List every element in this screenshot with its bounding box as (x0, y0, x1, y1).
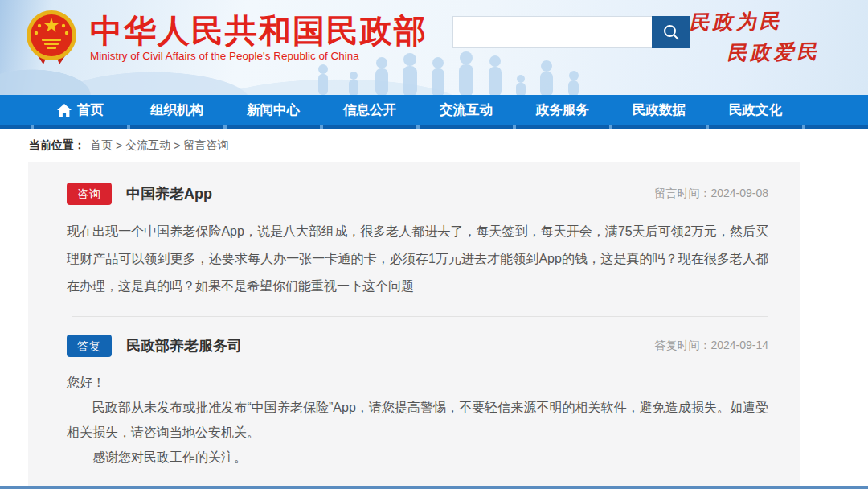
section-divider (72, 316, 768, 317)
question-time-value: 2024-09-08 (710, 187, 768, 199)
answer-paragraph: 民政部从未发布或批准发布“中国养老保险”App，请您提高警惕，不要轻信来源不明的… (67, 395, 768, 445)
footer-accent-line (0, 486, 868, 489)
question-header: 咨询 中国养老App 留言时间：2024-09-08 (67, 183, 768, 205)
nav-item-data[interactable]: 民政数据 (611, 95, 707, 125)
answer-title: 民政部养老服务司 (126, 336, 242, 355)
slogan: 民政为民 民政爱民 (689, 7, 820, 68)
nav-item-label: 组织机构 (150, 101, 203, 119)
nav-item-organization[interactable]: 组织机构 (129, 95, 225, 125)
nav-item-info-disclosure[interactable]: 信息公开 (321, 95, 418, 125)
nav-item-label: 首页 (77, 101, 104, 119)
breadcrumb-current: 留言咨询 (183, 138, 228, 153)
answer-body: 您好！ 民政部从未发布或批准发布“中国养老保险”App，请您提高警惕，不要轻信来… (67, 370, 768, 470)
slogan-line-1: 民政为民 (689, 7, 820, 36)
site-header: 中华人民共和国民政部 Ministry of Civil Affairs of … (0, 0, 868, 95)
nav-item-label: 交流互动 (440, 101, 493, 119)
nav-item-home[interactable]: 首页 (32, 95, 129, 125)
question-time: 留言时间：2024-09-08 (654, 187, 768, 201)
search-icon (662, 23, 680, 41)
breadcrumb: 当前位置： 首页 > 交流互动 > 留言咨询 (0, 129, 868, 162)
question-section: 咨询 中国养老App 留言时间：2024-09-08 现在出现一个中国养老保险A… (67, 183, 768, 300)
answer-time: 答复时间：2024-09-14 (654, 339, 768, 353)
answer-paragraph: 感谢您对民政工作的关注。 (67, 445, 768, 470)
home-icon (57, 104, 72, 117)
breadcrumb-link-interaction[interactable]: 交流互动 (125, 138, 170, 153)
site-logo-link[interactable]: 中华人民共和国民政部 Ministry of Civil Affairs of … (23, 8, 428, 66)
answer-header: 答复 民政部养老服务司 答复时间：2024-09-14 (67, 335, 768, 357)
nav-item-services[interactable]: 政务服务 (514, 95, 611, 125)
nav-item-news[interactable]: 新闻中心 (225, 95, 321, 125)
nav-item-culture[interactable]: 民政文化 (707, 95, 804, 125)
search-input[interactable] (452, 16, 652, 48)
national-emblem-logo (23, 8, 80, 66)
breadcrumb-separator: > (116, 139, 122, 152)
answer-section: 答复 民政部养老服务司 答复时间：2024-09-14 您好！ 民政部从未发布或… (67, 335, 768, 470)
answer-time-label: 答复时间： (654, 339, 710, 351)
page-root: 中华人民共和国民政部 Ministry of Civil Affairs of … (0, 0, 868, 489)
question-time-label: 留言时间： (654, 187, 710, 199)
nav-item-label: 政务服务 (536, 101, 589, 119)
answer-greeting: 您好！ (67, 370, 768, 395)
breadcrumb-link-home[interactable]: 首页 (90, 138, 113, 153)
search-bar (452, 16, 690, 48)
question-title: 中国养老App (126, 184, 212, 203)
nav-item-label: 民政数据 (633, 101, 686, 119)
brand-text: 中华人民共和国民政部 Ministry of Civil Affairs of … (90, 13, 428, 62)
nav-item-interaction[interactable]: 交流互动 (418, 95, 514, 125)
question-badge: 咨询 (67, 183, 112, 205)
site-subtitle: Ministry of Civil Affairs of the People'… (90, 50, 428, 62)
breadcrumb-separator: > (174, 139, 180, 152)
question-body: 现在出现一个中国养老保险App，说是八大部组成，很多老人都进去了，每天签到，每天… (67, 218, 768, 300)
message-detail-card: 咨询 中国养老App 留言时间：2024-09-08 现在出现一个中国养老保险A… (28, 162, 800, 489)
nav-item-label: 信息公开 (343, 101, 396, 119)
main-nav: 首页 组织机构 新闻中心 信息公开 交流互动 政务服务 民政数据 民政文化 (0, 95, 868, 129)
site-title: 中华人民共和国民政部 (90, 13, 428, 48)
nav-item-label: 民政文化 (729, 101, 782, 119)
slogan-line-2: 民政爱民 (727, 39, 821, 67)
breadcrumb-label: 当前位置： (29, 138, 85, 153)
answer-badge: 答复 (67, 335, 112, 357)
nav-item-label: 新闻中心 (247, 101, 300, 119)
search-button[interactable] (652, 16, 690, 48)
answer-time-value: 2024-09-14 (710, 339, 768, 351)
